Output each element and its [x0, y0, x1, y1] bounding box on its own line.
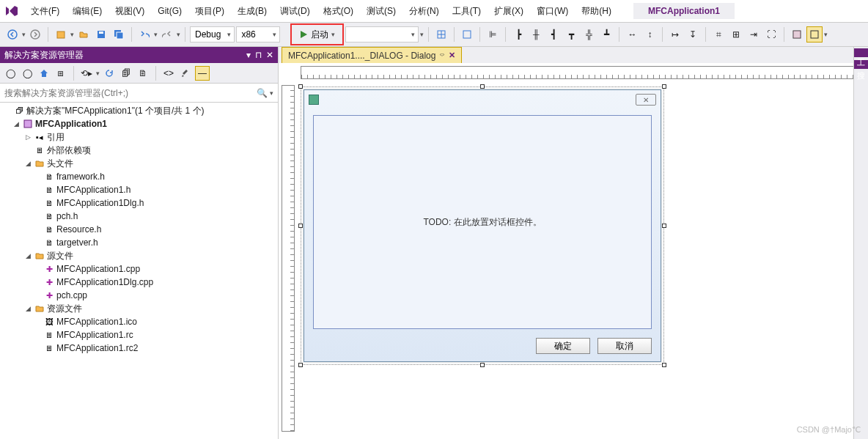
menu-window[interactable]: 窗口(W) — [531, 2, 574, 21]
se-fwd-button[interactable]: ◯ — [20, 66, 34, 81]
target-combo[interactable] — [345, 26, 419, 43]
size-2-button[interactable]: ↧ — [685, 26, 701, 43]
panel-pin-icon[interactable]: ⊓ — [255, 50, 262, 60]
pin-icon[interactable]: ⌔ — [440, 51, 444, 59]
search-icon[interactable]: 🔍 — [257, 88, 268, 98]
align-4-button[interactable]: ┳ — [563, 26, 579, 43]
dialog-titlebar[interactable]: ✕ — [304, 90, 661, 109]
panel-menu-icon[interactable]: ▾ — [246, 50, 251, 60]
headers-folder-node[interactable]: ◢头文件 — [0, 157, 278, 170]
save-button[interactable] — [93, 26, 109, 43]
spacing-2-button[interactable]: ↕ — [641, 26, 658, 43]
se-code-button[interactable]: <> — [161, 66, 176, 81]
align-2-button[interactable]: ╫ — [528, 26, 544, 43]
config-combo[interactable]: Debug — [190, 26, 235, 43]
dialog-designer-canvas[interactable]: ✕ TODO: 在此放置对话框控件。 确定 取消 — [279, 63, 868, 439]
spacing-1-button[interactable]: ↔ — [624, 26, 640, 43]
file-node[interactable]: ✚MFCApplication1Dlg.cpp — [0, 276, 278, 289]
start-debug-button[interactable]: 启动 ▾ — [295, 26, 339, 43]
file-node[interactable]: 🗎MFCApplication1.h — [0, 183, 278, 196]
redo-button[interactable] — [159, 26, 175, 43]
nav-fwd-button[interactable] — [27, 26, 43, 43]
file-node[interactable]: 🖼MFCApplication1.ico — [0, 315, 278, 328]
se-switch-button[interactable]: 🗉 — [54, 66, 68, 81]
size-1-button[interactable]: ↦ — [667, 26, 683, 43]
grid-toggle-button[interactable] — [789, 26, 805, 43]
menu-test[interactable]: 测试(S) — [361, 2, 402, 21]
resize-handle-ne[interactable] — [662, 84, 666, 89]
file-node[interactable]: 🗎pch.h — [0, 210, 278, 223]
menu-tools[interactable]: 工具(T) — [446, 2, 487, 21]
center-2-button[interactable]: ⊞ — [728, 26, 744, 43]
document-tab[interactable]: MFCApplication1...._DIALOG - Dialog ⌔ ✕ — [282, 47, 462, 63]
resize-handle-s[interactable] — [480, 363, 485, 367]
align-left-button[interactable]: ⊫ — [485, 26, 501, 43]
dialog-selection[interactable]: ✕ TODO: 在此放置对话框控件。 确定 取消 — [301, 86, 664, 365]
resize-handle-sw[interactable] — [298, 363, 303, 367]
guides-toggle-button[interactable] — [806, 26, 823, 43]
open-button[interactable] — [76, 26, 92, 43]
sources-folder-node[interactable]: ◢源文件 — [0, 249, 278, 262]
menu-build[interactable]: 生成(B) — [232, 2, 273, 21]
file-node[interactable]: 🗎MFCApplication1Dlg.h — [0, 196, 278, 210]
file-node[interactable]: 🗏MFCApplication1.rc — [0, 328, 278, 342]
new-project-button[interactable] — [53, 26, 69, 43]
references-node[interactable]: ▷▪◂引用 — [0, 130, 278, 144]
dialog-close-button[interactable]: ✕ — [636, 94, 656, 106]
external-deps-node[interactable]: 🗏外部依赖项 — [0, 144, 278, 157]
se-refresh-button[interactable] — [102, 66, 117, 81]
align-5-button[interactable]: ╬ — [581, 26, 597, 43]
resources-folder-node[interactable]: ◢资源文件 — [0, 302, 278, 315]
dialog-cancel-button[interactable]: 取消 — [597, 338, 652, 354]
layout-grid-button[interactable] — [433, 26, 449, 43]
se-back-button[interactable]: ◯ — [3, 66, 18, 81]
project-node[interactable]: ◢MFCApplication1 — [0, 117, 278, 130]
menu-git[interactable]: Git(G) — [152, 3, 188, 19]
solution-node[interactable]: 🗇解决方案"MFCApplication1"(1 个项目/共 1 个) — [0, 104, 278, 117]
se-collapse-button[interactable]: 🗐 — [119, 66, 133, 81]
center-1-button[interactable]: ⌗ — [710, 26, 727, 43]
platform-combo[interactable]: x86 — [236, 26, 280, 43]
toggle-guides-button[interactable] — [459, 26, 475, 43]
file-node[interactable]: ✚MFCApplication1.cpp — [0, 262, 278, 276]
file-node[interactable]: 🗎framework.h — [0, 170, 278, 183]
menu-edit[interactable]: 编辑(E) — [67, 2, 108, 21]
resize-handle-w[interactable] — [298, 224, 303, 228]
align-1-button[interactable]: ┣ — [510, 26, 526, 43]
menu-analyze[interactable]: 分析(N) — [403, 2, 445, 21]
undo-button[interactable] — [136, 26, 152, 43]
menu-help[interactable]: 帮助(H) — [575, 2, 617, 21]
menu-project[interactable]: 项目(P) — [189, 2, 230, 21]
save-all-button[interactable] — [111, 26, 127, 43]
nav-back-button[interactable] — [4, 26, 21, 43]
se-preview-button[interactable]: — — [195, 66, 210, 81]
dialog-client-area[interactable]: TODO: 在此放置对话框控件。 — [313, 115, 652, 329]
align-6-button[interactable]: ┻ — [598, 26, 614, 43]
search-tab[interactable]: 搜 — [854, 60, 868, 69]
menu-file[interactable]: 文件(F) — [25, 2, 65, 21]
se-home-button[interactable] — [37, 66, 51, 81]
menu-view[interactable]: 视图(V) — [109, 2, 150, 21]
se-showall-button[interactable]: 🗎 — [136, 66, 150, 81]
resize-handle-n[interactable] — [480, 84, 485, 89]
align-3-button[interactable]: ┫ — [545, 26, 562, 43]
file-node[interactable]: 🗎targetver.h — [0, 236, 278, 249]
resize-handle-se[interactable] — [662, 363, 666, 367]
se-sync-button[interactable]: ⟲▸ — [79, 66, 94, 81]
search-dropdown-icon[interactable]: ▾ — [270, 89, 273, 97]
file-node[interactable]: 🗎Resource.h — [0, 223, 278, 236]
dialog-window[interactable]: ✕ TODO: 在此放置对话框控件。 确定 取消 — [304, 89, 661, 362]
file-node[interactable]: ✚pch.cpp — [0, 289, 278, 302]
toolbox-tab[interactable]: 工 — [854, 48, 868, 57]
menu-format[interactable]: 格式(O) — [317, 2, 359, 21]
maximize-icon[interactable]: ⛶ — [763, 26, 779, 43]
menu-extensions[interactable]: 扩展(X) — [488, 2, 529, 21]
solution-explorer-titlebar[interactable]: 解决方案资源管理器 ▾ ⊓ ✕ — [0, 47, 278, 63]
panel-close-icon[interactable]: ✕ — [266, 50, 273, 60]
tab-order-button[interactable]: ⇥ — [746, 26, 762, 43]
file-node[interactable]: 🗏MFCApplication1.rc2 — [0, 342, 278, 355]
menu-debug[interactable]: 调试(D) — [274, 2, 316, 21]
solution-search-input[interactable] — [4, 88, 257, 98]
resize-handle-nw[interactable] — [298, 84, 303, 89]
close-tab-icon[interactable]: ✕ — [449, 51, 455, 60]
